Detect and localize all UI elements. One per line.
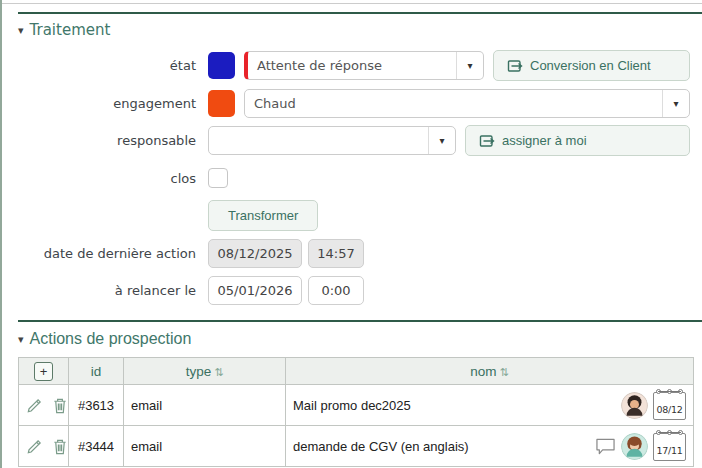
delete-trash-icon[interactable] [52, 438, 68, 455]
responsable-select[interactable]: ▾ [208, 126, 456, 155]
edit-pencil-icon[interactable] [26, 438, 43, 455]
column-header-id[interactable]: id [69, 358, 124, 385]
calendar-rings [656, 389, 683, 394]
prospection-section-header[interactable]: ▾ Actions de prospection [18, 330, 702, 348]
action-id[interactable]: #3613 [69, 385, 124, 426]
action-date: 08/12 [657, 405, 683, 420]
prospection-section: ▾ Actions de prospection + id type⇅ nom⇅ [2, 320, 702, 467]
calendar-date-icon[interactable]: 08/12 [653, 392, 686, 420]
add-action-button[interactable]: + [34, 362, 53, 381]
table-row: #3444 email demande de CGV (en anglais) [19, 426, 694, 467]
conversion-client-label: Conversion en Client [530, 58, 651, 73]
transform-button-label: Transformer [228, 208, 298, 223]
conversion-client-button[interactable]: Conversion en Client [493, 50, 690, 81]
traitement-section-rule [18, 12, 702, 14]
column-header-nom[interactable]: nom⇅ [286, 358, 694, 385]
traitement-section-title: Traitement [30, 21, 111, 39]
chevron-down-icon[interactable]: ▾ [662, 90, 689, 117]
avatar[interactable] [621, 433, 648, 460]
calendar-rings [656, 430, 683, 435]
clos-label: clos [18, 171, 208, 186]
table-row: #3613 email Mail promo dec2025 [19, 385, 694, 426]
action-name[interactable]: demande de CGV (en anglais) [293, 439, 590, 454]
action-id[interactable]: #3444 [69, 426, 124, 467]
collapse-triangle-icon[interactable]: ▾ [18, 25, 24, 36]
top-divider [2, 3, 702, 4]
last-action-time-field[interactable] [308, 239, 364, 268]
clos-row: clos [18, 163, 690, 193]
traitement-section-header[interactable]: ▾ Traitement [18, 21, 702, 39]
engagement-select[interactable]: Chaud ▾ [244, 89, 690, 118]
relance-row: à relancer le [18, 275, 690, 305]
comment-bubble-icon[interactable] [595, 437, 616, 456]
responsable-label: responsable [18, 133, 208, 148]
last-action-date-field[interactable] [208, 239, 302, 268]
prospection-table: + id type⇅ nom⇅ [18, 357, 694, 467]
edit-pencil-icon[interactable] [26, 397, 43, 414]
column-header-type[interactable]: type⇅ [124, 358, 286, 385]
prospection-section-title: Actions de prospection [30, 330, 192, 348]
responsable-row: responsable ▾ assigner à moi [18, 125, 690, 156]
etat-select[interactable]: Attente de réponse ▾ [244, 51, 484, 80]
etat-row: état Attente de réponse ▾ Conversion en … [18, 50, 690, 81]
action-date: 17/11 [657, 446, 683, 461]
delete-trash-icon[interactable] [52, 397, 68, 414]
assign-to-me-button[interactable]: assigner à moi [465, 125, 690, 156]
chevron-down-icon[interactable]: ▾ [428, 127, 455, 154]
etat-select-value: Attente de réponse [248, 58, 456, 73]
engagement-select-value: Chaud [245, 96, 662, 111]
table-header-row: + id type⇅ nom⇅ [19, 358, 694, 385]
convert-arrow-icon [507, 58, 523, 74]
assign-to-me-label: assigner à moi [502, 133, 587, 148]
relance-date-field[interactable] [208, 276, 302, 305]
etat-color-swatch [208, 52, 235, 79]
collapse-triangle-icon[interactable]: ▾ [18, 334, 24, 345]
clos-checkbox[interactable] [208, 168, 228, 188]
engagement-row: engagement Chaud ▾ [18, 88, 690, 118]
crm-panel: ▾ Traitement état Attente de réponse ▾ [0, 0, 702, 468]
sort-icon[interactable]: ⇅ [214, 366, 223, 378]
action-name[interactable]: Mail promo dec2025 [293, 398, 616, 413]
transform-row: Transformer [18, 200, 690, 231]
chevron-down-icon[interactable]: ▾ [456, 52, 483, 79]
relance-time-field[interactable] [308, 276, 364, 305]
sort-icon[interactable]: ⇅ [500, 366, 509, 378]
assign-arrow-icon [479, 133, 495, 149]
engagement-color-swatch [208, 90, 235, 117]
calendar-date-icon[interactable]: 17/11 [653, 433, 686, 461]
prospection-section-rule [18, 320, 702, 322]
action-type: email [124, 426, 286, 467]
last-action-row: date de dernière action [18, 238, 690, 268]
traitement-form: état Attente de réponse ▾ Conversion en … [2, 48, 702, 305]
avatar[interactable] [621, 392, 648, 419]
transform-button[interactable]: Transformer [208, 200, 318, 231]
relance-label: à relancer le [18, 283, 208, 298]
action-type: email [124, 385, 286, 426]
etat-label: état [18, 58, 208, 73]
last-action-label: date de dernière action [18, 246, 208, 261]
engagement-label: engagement [18, 96, 208, 111]
